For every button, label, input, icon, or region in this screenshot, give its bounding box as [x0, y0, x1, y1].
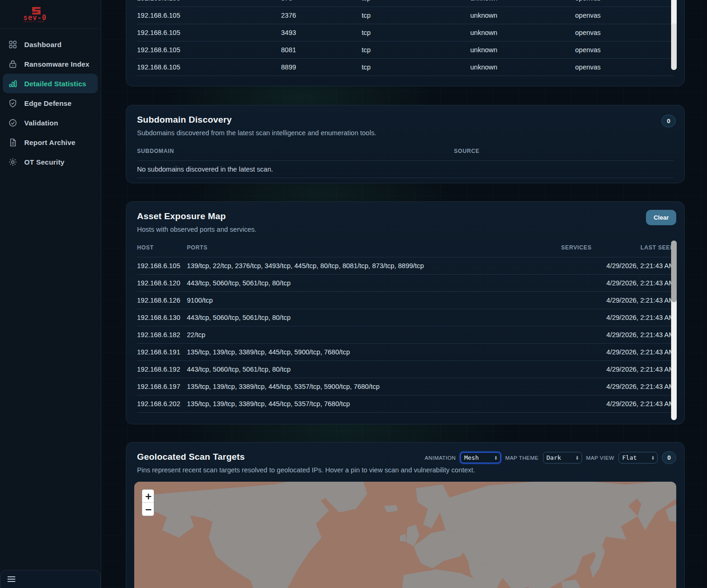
sidebar-item-detailed-statistics[interactable]: Detailed Statistics: [3, 74, 98, 93]
menu-icon[interactable]: [7, 575, 15, 583]
last-seen-cell: 4/29/2026, 2:21:43 AM: [597, 331, 674, 339]
card-title: Subdomain Discovery: [137, 115, 673, 125]
source-cell: openvas: [575, 29, 673, 36]
shield-check-icon: [7, 98, 18, 108]
table-row[interactable]: 192.168.6.130 443/tcp, 5060/tcp, 5061/tc…: [137, 309, 673, 326]
column-subdomain: Subdomain: [137, 148, 454, 154]
geolocated-scan-targets-card: Geolocated Scan Targets ANIMATION Mesh ▲…: [126, 442, 685, 588]
ports-cell: 135/tcp, 139/tcp, 3389/tcp, 445/tcp, 590…: [187, 348, 561, 356]
sidebar-item-label: Validation: [24, 119, 58, 127]
ports-cell: 443/tcp, 5060/tcp, 5061/tcp, 80/tcp: [187, 314, 561, 321]
sidebar-item-label: Ransomware Index: [24, 60, 89, 68]
state-cell: unknown: [470, 0, 575, 2]
asset-table: 192.168.6.105 139/tcp, 22/tcp, 2376/tcp,…: [137, 257, 673, 413]
scrollbar[interactable]: [671, 0, 677, 70]
table-row[interactable]: 192.168.6.105 2376 tcp unknown openvas: [137, 7, 673, 24]
table-row[interactable]: 192.168.6.105 8899 tcp unknown openvas: [137, 59, 673, 76]
sidebar-item-report-archive[interactable]: Report Archive: [0, 132, 101, 152]
port-cell: 2376: [281, 12, 362, 19]
table-row[interactable]: 192.168.6.105 8081 tcp unknown openvas: [137, 42, 673, 59]
host-cell: 192.168.6.197: [137, 383, 187, 390]
state-cell: unknown: [470, 46, 575, 54]
sidebar-item-dashboard[interactable]: Dashboard: [0, 35, 101, 54]
logo-text: sev-0: [23, 15, 101, 21]
card-subtitle: Pins represent recent scan targets resol…: [137, 466, 673, 474]
last-seen-cell: 4/29/2026, 2:21:43 AM: [597, 383, 674, 390]
ports-cell: 9100/tcp: [187, 297, 561, 304]
host-cell: 192.168.6.182: [137, 331, 187, 339]
source-cell: openvas: [575, 12, 673, 19]
column-services: Services: [561, 244, 597, 251]
table-row[interactable]: 192.168.6.105 3493 tcp unknown openvas: [137, 24, 673, 42]
clear-button[interactable]: Clear: [646, 210, 676, 225]
scrollbar-thumb[interactable]: [671, 23, 677, 70]
map-view-label: MAP VIEW: [586, 455, 615, 461]
map-theme-select[interactable]: Dark ▲▼: [543, 452, 582, 463]
ports-cell: 443/tcp, 5060/tcp, 5061/tcp, 80/tcp: [187, 366, 561, 373]
last-seen-cell: 4/29/2026, 2:21:43 AM: [597, 262, 674, 270]
subdomain-discovery-card: Subdomain Discovery 0 Subdomains discove…: [126, 105, 685, 183]
document-icon: [7, 137, 18, 147]
host-cell: 192.168.6.120: [137, 279, 187, 287]
chevron-updown-icon: ▲▼: [577, 456, 578, 460]
grid-icon: [7, 39, 18, 49]
main-content: 192.168.6.105 873 tcp unknown openvas 19…: [101, 0, 707, 588]
port-cell: 3493: [281, 29, 362, 36]
scrollbar-thumb[interactable]: [671, 241, 677, 302]
sidebar-item-edge-defense[interactable]: Edge Defense: [0, 93, 101, 113]
sidebar-item-label: Dashboard: [24, 41, 62, 48]
protocol-cell: tcp: [362, 12, 470, 19]
host-cell: 192.168.6.105: [137, 0, 281, 2]
ports-cell: 135/tcp, 139/tcp, 3389/tcp, 445/tcp, 535…: [187, 400, 561, 408]
sidebar-item-validation[interactable]: Validation: [0, 113, 101, 132]
map-theme-label: MAP THEME: [505, 455, 539, 461]
sidebar-item-ot-security[interactable]: OT Security: [0, 152, 101, 172]
check-circle-icon: [7, 118, 18, 128]
table-row[interactable]: 192.168.6.191 135/tcp, 139/tcp, 3389/tcp…: [137, 344, 673, 361]
source-cell: openvas: [575, 0, 673, 2]
sidebar-nav: Dashboard Ransomware Index Detailed Stat…: [0, 35, 101, 172]
ports-cell: 135/tcp, 139/tcp, 3389/tcp, 445/tcp, 535…: [187, 383, 561, 390]
map-view-select[interactable]: Flat ▲▼: [618, 452, 658, 463]
last-seen-cell: 4/29/2026, 2:21:43 AM: [597, 348, 674, 356]
source-cell: openvas: [575, 63, 673, 71]
lock-icon: [7, 59, 18, 69]
world-map-graphic: [134, 482, 676, 588]
table-row[interactable]: 192.168.6.105 873 tcp unknown openvas: [137, 0, 673, 7]
open-ports-table: 192.168.6.105 873 tcp unknown openvas 19…: [137, 0, 673, 76]
animation-label: ANIMATION: [425, 455, 456, 461]
last-seen-cell: 4/29/2026, 2:21:43 AM: [597, 314, 674, 321]
table-row[interactable]: 192.168.6.120 443/tcp, 5060/tcp, 5061/tc…: [137, 275, 673, 292]
world-map[interactable]: + −: [134, 482, 676, 588]
sidebar-item-label: Detailed Statistics: [24, 80, 86, 88]
zoom-in-button[interactable]: +: [142, 490, 154, 503]
column-source: Source: [454, 148, 673, 154]
table-row[interactable]: 192.168.6.105 139/tcp, 22/tcp, 2376/tcp,…: [137, 257, 673, 275]
sidebar-footer: [0, 570, 101, 588]
sidebar-item-label: Report Archive: [24, 138, 76, 146]
table-row[interactable]: 192.168.6.197 135/tcp, 139/tcp, 3389/tcp…: [137, 378, 673, 395]
zoom-out-button[interactable]: −: [142, 503, 154, 516]
chevron-updown-icon: ▲▼: [652, 456, 654, 460]
card-subtitle: Hosts with observed ports and services.: [137, 226, 673, 233]
animation-select[interactable]: Mesh ▲▼: [460, 452, 501, 463]
table-row[interactable]: 192.168.6.202 135/tcp, 139/tcp, 3389/tcp…: [137, 395, 673, 413]
protocol-cell: tcp: [362, 63, 470, 71]
table-row[interactable]: 192.168.6.182 22/tcp 4/29/2026, 2:21:43 …: [137, 326, 673, 344]
count-badge: 0: [662, 451, 676, 464]
host-cell: 192.168.6.105: [137, 262, 187, 270]
chevron-updown-icon: ▲▼: [495, 456, 497, 460]
scrollbar[interactable]: [671, 241, 677, 420]
protocol-cell: tcp: [362, 0, 470, 2]
state-cell: unknown: [470, 12, 575, 19]
host-cell: 192.168.6.105: [137, 63, 281, 71]
count-badge: 0: [661, 115, 676, 127]
ports-cell: 22/tcp: [187, 331, 561, 339]
sidebar-item-ransomware-index[interactable]: Ransomware Index: [0, 54, 101, 74]
state-cell: unknown: [470, 63, 575, 71]
table-row[interactable]: 192.168.6.192 443/tcp, 5060/tcp, 5061/tc…: [137, 361, 673, 378]
table-row[interactable]: 192.168.6.126 9100/tcp 4/29/2026, 2:21:4…: [137, 292, 673, 309]
host-cell: 192.168.6.130: [137, 314, 187, 321]
host-cell: 192.168.6.105: [137, 12, 281, 19]
protocol-cell: tcp: [362, 46, 470, 54]
